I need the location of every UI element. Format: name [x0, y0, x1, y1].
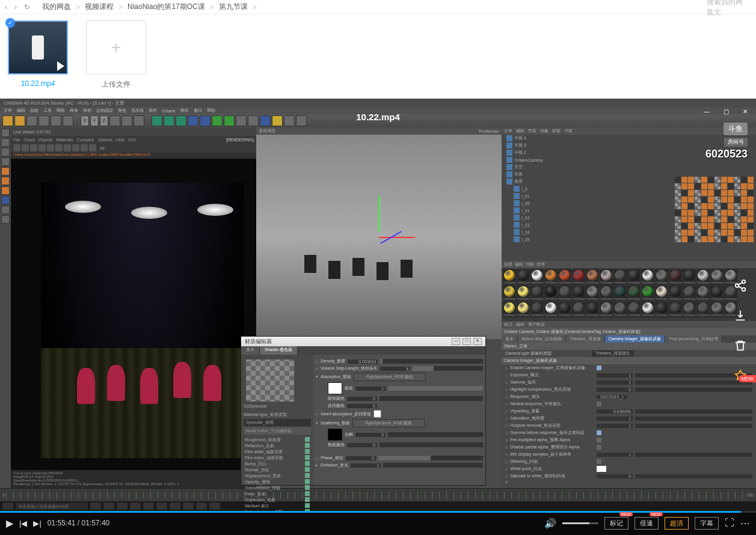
- tag-icon[interactable]: [748, 223, 754, 229]
- volstep-input[interactable]: 4: [380, 367, 410, 371]
- object-row[interactable]: 天空: [502, 164, 756, 171]
- lv-tool-icon[interactable]: [81, 144, 88, 151]
- material-swatch[interactable]: OctGloss: [627, 269, 641, 285]
- channel-check[interactable]: Bump_凹凸: [244, 461, 311, 467]
- material-swatch[interactable]: OctGloss: [710, 269, 724, 285]
- taskbar-app-icon[interactable]: [143, 503, 154, 510]
- tag-icon[interactable]: [695, 216, 701, 222]
- more-icon[interactable]: ⋯: [740, 518, 750, 529]
- tag-icon[interactable]: [721, 197, 727, 203]
- channel-check[interactable]: Dispersion_色散: [244, 497, 311, 503]
- rp-menu-item[interactable]: 文件: [504, 128, 512, 134]
- tag-icon[interactable]: [701, 177, 707, 183]
- taskbar-app-icon[interactable]: [156, 503, 167, 510]
- taskbar-app-icon[interactable]: [209, 503, 220, 510]
- quality-button[interactable]: 超清: [665, 517, 689, 530]
- tag-icon[interactable]: [695, 210, 701, 216]
- share-icon[interactable]: [732, 279, 749, 296]
- subtitle-button[interactable]: 字幕: [695, 517, 719, 530]
- tag-icon[interactable]: [695, 223, 701, 229]
- start-icon[interactable]: [2, 503, 13, 510]
- lv-menu-item[interactable]: Compare: [77, 138, 94, 142]
- lv-tool-icon[interactable]: [13, 144, 20, 151]
- lv-menu-item[interactable]: Materials: [56, 138, 73, 142]
- tag-icon[interactable]: [728, 177, 734, 183]
- invert-checkbox[interactable]: [373, 410, 381, 418]
- tag-icon[interactable]: [715, 230, 721, 236]
- material-swatch[interactable]: OctGloss: [586, 302, 599, 317]
- tag-icon[interactable]: [695, 197, 701, 203]
- tag-icon[interactable]: [688, 183, 694, 189]
- slider[interactable]: [635, 409, 752, 414]
- speed-button[interactable]: 倍速NEW: [635, 517, 659, 530]
- material-swatch[interactable]: OctGloss: [641, 286, 654, 301]
- trash-icon[interactable]: [732, 339, 749, 356]
- dropdown[interactable]: DSCS315_1: [597, 395, 627, 399]
- rp-menu-item[interactable]: 标签: [552, 128, 561, 134]
- tag-icon[interactable]: [688, 203, 694, 209]
- tag-icon[interactable]: [748, 190, 754, 196]
- tag-icon[interactable]: [715, 223, 721, 229]
- tag-icon[interactable]: [741, 203, 747, 209]
- material-swatch[interactable]: OctGloss: [641, 269, 654, 285]
- am-menu-item[interactable]: 编辑: [516, 322, 524, 328]
- material-swatch[interactable]: OctGloss: [655, 302, 668, 317]
- tag-icon[interactable]: [688, 223, 694, 229]
- cam-type-dropdown[interactable]: Thinlens_薄透镜头: [592, 350, 634, 356]
- tag-icon[interactable]: [688, 190, 694, 196]
- tag-icon[interactable]: [715, 190, 721, 196]
- material-swatch[interactable]: OctGloss: [600, 286, 613, 301]
- rp-menu-item[interactable]: 书签: [564, 128, 573, 134]
- tag-icon[interactable]: [681, 223, 687, 229]
- num-input[interactable]: 0: [355, 433, 386, 437]
- material-swatch[interactable]: OctGloss: [669, 269, 682, 285]
- tag-icon[interactable]: [675, 203, 681, 209]
- mat-type-dropdown[interactable]: Specular_镜面: [244, 419, 311, 426]
- tag-icon[interactable]: [675, 210, 681, 216]
- tag-icon[interactable]: [675, 177, 681, 183]
- tag-icon[interactable]: [708, 230, 714, 236]
- tool-icon[interactable]: [1, 206, 10, 214]
- slider[interactable]: [635, 417, 752, 421]
- channel-check[interactable]: Index_折射: [244, 491, 311, 497]
- mat-tab[interactable]: 功能: [526, 261, 534, 268]
- lv-tool-icon[interactable]: [22, 144, 29, 151]
- scattering-texture[interactable]: RgbSpectrum_RGB 颜色: [352, 419, 425, 427]
- tag-icon[interactable]: [734, 190, 740, 196]
- lv-tool-icon[interactable]: [55, 144, 63, 151]
- tag-icon[interactable]: [741, 177, 747, 183]
- num-input[interactable]: 0.636456: [597, 409, 633, 414]
- upload-plus-icon[interactable]: +: [86, 20, 146, 75]
- taskbar-app-icon[interactable]: [130, 503, 141, 510]
- tag-icon[interactable]: [728, 230, 734, 236]
- c4d-timeline[interactable]: 0200: [0, 488, 756, 501]
- lv-menu-item[interactable]: Cloud: [23, 138, 34, 142]
- color-swatch[interactable]: [597, 466, 606, 472]
- node-editor-button[interactable]: Node Editor_节点编辑器: [244, 427, 311, 435]
- slider[interactable]: [635, 424, 752, 428]
- tool-icon[interactable]: [1, 215, 10, 224]
- tag-icon[interactable]: [721, 223, 727, 229]
- material-swatch[interactable]: OctGloss: [530, 286, 544, 301]
- tag-icon[interactable]: [681, 216, 687, 222]
- num-input[interactable]: 0: [347, 397, 377, 401]
- tag-icon[interactable]: [721, 203, 727, 209]
- tag-icon[interactable]: [728, 197, 734, 203]
- taskbar-app-icon[interactable]: [117, 503, 128, 510]
- am-menu-item[interactable]: 模式: [504, 322, 512, 328]
- channel-check[interactable]: Normal_法线: [244, 467, 311, 473]
- tag-icon[interactable]: [675, 223, 681, 229]
- tag-icon[interactable]: [695, 183, 701, 189]
- file-item-selected[interactable]: ✓ 10.22.mp4: [5, 20, 71, 93]
- tag-icon[interactable]: [708, 216, 714, 222]
- material-swatch[interactable]: OctGloss: [544, 286, 558, 301]
- tag-icon[interactable]: [708, 177, 714, 183]
- tag-icon[interactable]: [721, 216, 727, 222]
- tag-icon[interactable]: [681, 183, 687, 189]
- tag-icon[interactable]: [688, 177, 694, 183]
- channel-check[interactable]: Opacity_透明: [244, 479, 311, 485]
- tool-icon[interactable]: [1, 157, 10, 166]
- tag-icon[interactable]: [734, 197, 740, 203]
- channel-check[interactable]: Reflection_反射: [244, 443, 311, 449]
- tag-icon[interactable]: [734, 236, 740, 242]
